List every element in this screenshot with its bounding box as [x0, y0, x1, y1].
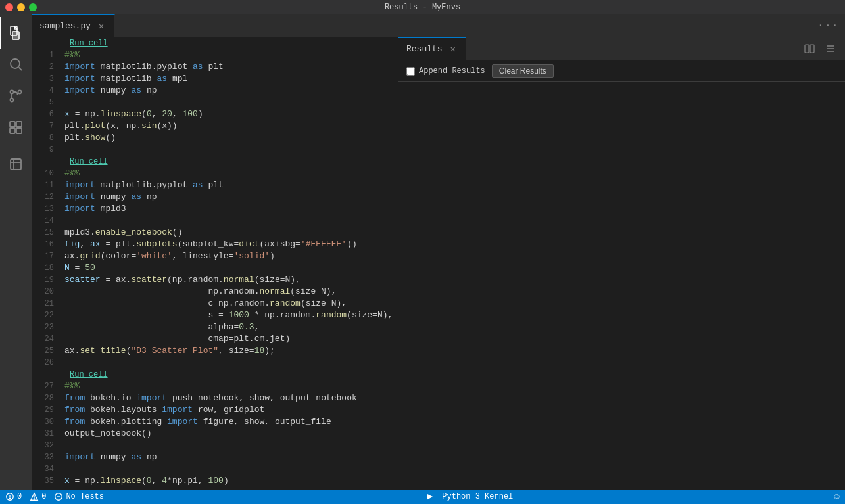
line-32: 32 — [32, 440, 398, 451]
clear-results-button[interactable]: Clear Results — [492, 64, 554, 78]
line-9: 9 — [32, 144, 398, 156]
line-18: 18 N = 50 — [32, 262, 398, 274]
run-cell-1-link[interactable]: Run cell — [32, 37, 398, 49]
append-results-checkbox[interactable]: Append Results — [406, 66, 485, 76]
line-31: 31 output_notebook() — [32, 428, 398, 440]
results-tab[interactable]: Results ✕ — [398, 37, 466, 60]
results-tab-bar: Results ✕ — [398, 37, 845, 60]
line-1: 1 #%% — [32, 49, 398, 61]
activity-files[interactable] — [0, 17, 32, 49]
activity-extensions[interactable] — [0, 112, 32, 143]
status-smiley[interactable]: ☺ — [834, 492, 840, 502]
svg-point-3 — [11, 59, 20, 68]
line-27: 27 #%% — [32, 380, 398, 392]
line-28: 28 from bokeh.io import push_notebook, s… — [32, 392, 398, 404]
results-tab-close[interactable]: ✕ — [448, 44, 458, 55]
run-cell-2-link[interactable]: Run cell — [32, 156, 398, 168]
results-tab-label: Results — [406, 44, 443, 54]
tab-bar: samples.py ✕ ··· — [32, 14, 845, 37]
line-4: 4 import numpy as np — [32, 85, 398, 97]
line-35: 35 x = np.linspace(0, 4*np.pi, 100) — [32, 475, 398, 487]
results-actions — [800, 37, 845, 60]
line-10: 10 #%% — [32, 168, 398, 179]
svg-point-6 — [18, 91, 22, 94]
line-19: 19 scatter = ax.scatter(np.random.normal… — [32, 274, 398, 286]
line-14: 14 — [32, 215, 398, 227]
line-11: 11 import matplotlib.pyplot as plt — [32, 179, 398, 191]
line-3: 3 import matplotlib as mpl — [32, 73, 398, 85]
status-no-tests[interactable]: No Tests — [54, 492, 104, 501]
status-bar: 0 0 No Tests Python 3 Kernel ☺ — [0, 490, 845, 504]
close-button[interactable] — [5, 3, 13, 11]
tab-more-button[interactable]: ··· — [811, 14, 845, 37]
line-25: 25 ax.set_title("D3 Scatter Plot", size=… — [32, 345, 398, 357]
svg-rect-1 — [12, 32, 19, 39]
code-editor[interactable]: Run cell 1 #%% 2 import matplotlib.pyplo… — [32, 37, 398, 490]
results-panel: Results ✕ — [398, 37, 845, 490]
svg-rect-9 — [16, 122, 22, 127]
svg-rect-11 — [16, 128, 22, 133]
line-24: 24 cmap=plt.cm.jet) — [32, 333, 398, 345]
line-6: 6 x = np.linspace(0, 20, 100) — [32, 108, 398, 120]
svg-rect-10 — [10, 128, 15, 133]
activity-jupyter[interactable] — [0, 149, 32, 180]
svg-rect-12 — [11, 159, 21, 170]
run-cell-3-link[interactable]: Run cell — [32, 369, 398, 380]
run-cell-3: Run cell — [32, 369, 398, 380]
status-kernel[interactable]: Python 3 Kernel — [425, 492, 513, 501]
results-content[interactable] — [398, 82, 845, 490]
tab-close-button[interactable]: ✕ — [96, 21, 107, 32]
line-5: 5 — [32, 97, 398, 108]
svg-point-22 — [9, 498, 10, 499]
line-23: 23 alpha=0.3, — [32, 321, 398, 333]
traffic-lights — [5, 3, 37, 11]
svg-point-24 — [34, 499, 35, 499]
line-22: 22 s = 1000 * np.random.random(size=N), — [32, 309, 398, 321]
title-bar: Results - MyEnvs — [0, 0, 845, 14]
tab-filename: samples.py — [39, 21, 91, 31]
status-warnings[interactable]: 0 — [30, 492, 46, 501]
line-26: 26 — [32, 357, 398, 369]
svg-rect-16 — [810, 45, 814, 53]
line-29: 29 from bokeh.layouts import row, gridpl… — [32, 404, 398, 416]
line-7: 7 plt.plot(x, np.sin(x)) — [32, 120, 398, 132]
line-17: 17 ax.grid(color='white', linestyle='sol… — [32, 250, 398, 262]
line-12: 12 import numpy as np — [32, 191, 398, 203]
line-20: 20 np.random.normal(size=N), — [32, 286, 398, 298]
window-title: Results - MyEnvs — [385, 3, 460, 12]
line-34: 34 — [32, 463, 398, 475]
svg-point-7 — [11, 99, 14, 102]
svg-rect-15 — [805, 45, 809, 53]
run-cell-2: Run cell — [32, 156, 398, 168]
line-8: 8 plt.show() — [32, 132, 398, 144]
svg-point-5 — [11, 91, 14, 94]
line-21: 21 c=np.random.random(size=N), — [32, 298, 398, 309]
activity-source-control[interactable] — [0, 80, 32, 112]
more-actions-button[interactable] — [821, 42, 840, 55]
append-results-input[interactable] — [406, 67, 415, 76]
split-editor-button[interactable] — [800, 42, 819, 55]
results-toolbar: Append Results Clear Results — [398, 60, 845, 82]
line-16: 16 fig, ax = plt.subplots(subplot_kw=dic… — [32, 239, 398, 250]
line-2: 2 import matplotlib.pyplot as plt — [32, 61, 398, 73]
run-cell-1: Run cell — [32, 37, 398, 49]
editor-area: samples.py ✕ ··· Run cell 1 #%% — [32, 14, 845, 490]
maximize-button[interactable] — [29, 3, 37, 11]
editor-tab-samples[interactable]: samples.py ✕ — [32, 14, 115, 37]
code-lines: Run cell 1 #%% 2 import matplotlib.pyplo… — [32, 37, 398, 487]
line-15: 15 mpld3.enable_notebook() — [32, 227, 398, 239]
activity-bar — [0, 14, 32, 490]
svg-rect-8 — [10, 122, 15, 127]
line-33: 33 import numpy as np — [32, 451, 398, 463]
svg-line-4 — [19, 68, 22, 71]
activity-search[interactable] — [0, 49, 32, 80]
line-13: 13 import mpld3 — [32, 203, 398, 215]
status-errors[interactable]: 0 — [5, 492, 22, 501]
minimize-button[interactable] — [17, 3, 25, 11]
line-30: 30 from bokeh.plotting import figure, sh… — [32, 416, 398, 428]
